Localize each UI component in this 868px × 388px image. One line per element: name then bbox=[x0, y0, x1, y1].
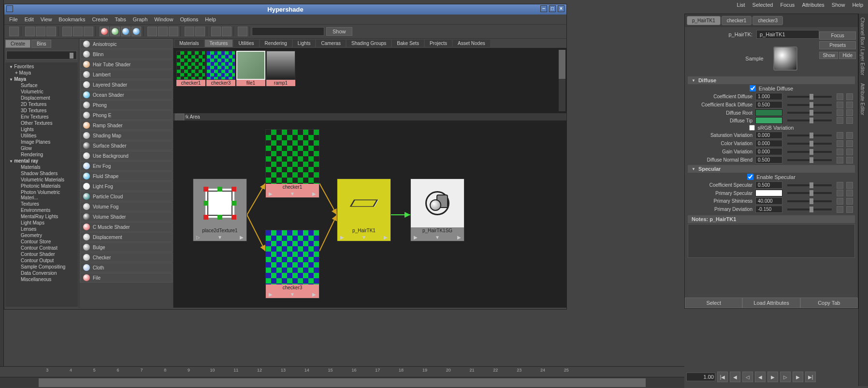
tree-item[interactable]: Contour Shader bbox=[7, 251, 76, 257]
tb-btn[interactable] bbox=[169, 27, 178, 36]
tb-btn[interactable] bbox=[73, 27, 83, 36]
connection-icon[interactable] bbox=[846, 157, 853, 164]
tree-item[interactable]: Maya bbox=[7, 76, 76, 82]
shader-item[interactable]: Phong E bbox=[80, 110, 173, 120]
attr-slider[interactable] bbox=[787, 112, 832, 114]
shader-item[interactable]: Cloth bbox=[80, 263, 173, 272]
attr-tab-checker1[interactable]: checker1 bbox=[722, 16, 752, 25]
shader-item[interactable]: Surface Shader bbox=[80, 141, 173, 150]
menu-show[interactable]: Show bbox=[832, 2, 845, 8]
center-tab[interactable]: Textures bbox=[205, 40, 233, 47]
attr-slider[interactable] bbox=[787, 200, 832, 202]
hy-menu-file[interactable]: File bbox=[9, 16, 18, 22]
create-filter[interactable] bbox=[6, 51, 77, 60]
tree-item[interactable]: Data Conversion bbox=[7, 270, 76, 276]
focus-button[interactable]: Focus bbox=[819, 31, 856, 40]
shader-item[interactable]: Env Fog bbox=[80, 161, 173, 171]
menu-list[interactable]: List bbox=[737, 2, 745, 8]
key-forward-icon[interactable]: ▷ bbox=[780, 372, 791, 382]
tree-item[interactable]: Image Planes bbox=[7, 139, 76, 145]
tree-item[interactable]: + Maya bbox=[7, 70, 76, 76]
menu-help[interactable]: Help bbox=[852, 2, 863, 8]
map-icon[interactable] bbox=[837, 140, 843, 147]
play-forward-icon[interactable]: ▶ bbox=[767, 372, 778, 382]
tree-item[interactable]: Volumetric bbox=[7, 89, 76, 95]
tree-item[interactable]: Other Textures bbox=[7, 120, 76, 126]
hy-menu-view[interactable]: View bbox=[41, 16, 52, 22]
tree-item[interactable]: MentalRay Lights bbox=[7, 213, 76, 220]
tb-btn[interactable] bbox=[147, 27, 157, 36]
step-forward-icon[interactable]: ▶ bbox=[793, 372, 803, 382]
play-back-icon[interactable]: ◀ bbox=[755, 372, 766, 382]
attr-value-input[interactable] bbox=[755, 197, 782, 205]
hy-menu-window[interactable]: Window bbox=[154, 16, 173, 22]
hy-menu-help[interactable]: Help bbox=[205, 16, 216, 22]
shader-item[interactable]: Shading Map bbox=[80, 131, 173, 140]
key-back-icon[interactable]: ◁ bbox=[742, 372, 753, 382]
current-frame-input[interactable] bbox=[686, 373, 715, 381]
attr-slider[interactable] bbox=[787, 104, 832, 106]
map-icon[interactable] bbox=[837, 190, 843, 196]
maximize-icon[interactable]: □ bbox=[549, 5, 556, 12]
tree-item[interactable]: Displacement bbox=[7, 95, 76, 101]
attr-slider[interactable] bbox=[787, 159, 832, 161]
shader-item[interactable]: Displacement bbox=[80, 232, 173, 242]
close-icon[interactable]: × bbox=[558, 5, 564, 12]
center-tab[interactable]: Shading Groups bbox=[347, 40, 391, 47]
tb-btn[interactable] bbox=[131, 27, 141, 36]
node-hairtk[interactable]: p_HairTK1 ▶▼▶ bbox=[337, 179, 391, 241]
tb-btn[interactable] bbox=[36, 27, 45, 36]
tree-item[interactable]: Environments bbox=[7, 207, 76, 213]
hy-menu-bookmarks[interactable]: Bookmarks bbox=[58, 16, 85, 22]
tree-item[interactable]: 3D Textures bbox=[7, 107, 76, 114]
map-icon[interactable] bbox=[837, 109, 843, 116]
tree-item[interactable]: Sample Compositing bbox=[7, 264, 76, 270]
attr-value-input[interactable] bbox=[755, 93, 782, 100]
tree-item[interactable]: Textures bbox=[7, 201, 76, 207]
center-tab[interactable]: Cameras bbox=[316, 40, 346, 47]
map-icon[interactable] bbox=[837, 198, 843, 205]
attr-value-input[interactable] bbox=[755, 132, 782, 139]
attr-value-input[interactable] bbox=[755, 140, 782, 147]
tb-btn[interactable] bbox=[100, 27, 109, 36]
tree-item[interactable]: Favorites bbox=[7, 63, 76, 70]
hide-toggle[interactable]: Hide bbox=[839, 52, 856, 59]
menu-selected[interactable]: Selected bbox=[752, 2, 773, 8]
attr-slider[interactable] bbox=[787, 143, 832, 145]
select-button[interactable]: Select bbox=[685, 298, 742, 308]
shader-item[interactable]: Anisotropic bbox=[80, 39, 173, 49]
attr-slider[interactable] bbox=[787, 119, 832, 121]
shader-item[interactable]: Hair Tube Shader bbox=[80, 60, 173, 69]
tab-channel-box[interactable]: Channel Box / Layer Editor bbox=[859, 14, 866, 79]
connection-icon[interactable] bbox=[846, 182, 853, 189]
shader-item[interactable]: Volume Shader bbox=[80, 212, 173, 222]
attr-tab-hair[interactable]: p_HairTK1 bbox=[687, 16, 721, 25]
texture-thumb[interactable]: file1 bbox=[236, 51, 265, 110]
map-icon[interactable] bbox=[837, 206, 843, 213]
copy-tab-button[interactable]: Copy Tab bbox=[800, 298, 858, 308]
shader-item[interactable]: Light Fog bbox=[80, 181, 173, 191]
tree-item[interactable]: Lenses bbox=[7, 226, 76, 232]
node-name-input[interactable] bbox=[756, 30, 819, 39]
connection-icon[interactable] bbox=[846, 190, 853, 196]
tree-item[interactable]: Volumetric Materials bbox=[7, 177, 76, 183]
attr-value-input[interactable] bbox=[755, 148, 782, 155]
texture-thumb[interactable]: checker3 bbox=[206, 51, 235, 110]
center-tab[interactable]: Materials bbox=[174, 40, 204, 47]
menu-focus[interactable]: Focus bbox=[780, 2, 795, 8]
center-tab[interactable]: Utilities bbox=[233, 40, 259, 47]
tree-item[interactable]: Utilities bbox=[7, 133, 76, 139]
specular-header[interactable]: Specular bbox=[688, 165, 855, 173]
attr-slider[interactable] bbox=[787, 134, 832, 136]
tb-btn[interactable] bbox=[121, 27, 130, 36]
forward-end-icon[interactable]: ▶| bbox=[805, 372, 816, 382]
map-icon[interactable] bbox=[837, 117, 843, 124]
attr-value-input[interactable] bbox=[755, 206, 782, 213]
tree-item[interactable]: Miscellaneous bbox=[7, 276, 76, 283]
tree-item[interactable]: Geometry bbox=[7, 232, 76, 239]
tree-item[interactable]: Materials bbox=[7, 164, 76, 170]
presets-button[interactable]: Presets bbox=[819, 41, 856, 49]
tb-btn[interactable] bbox=[185, 27, 194, 36]
connection-icon[interactable] bbox=[846, 149, 853, 155]
center-tab[interactable]: Asset Nodes bbox=[453, 40, 490, 47]
